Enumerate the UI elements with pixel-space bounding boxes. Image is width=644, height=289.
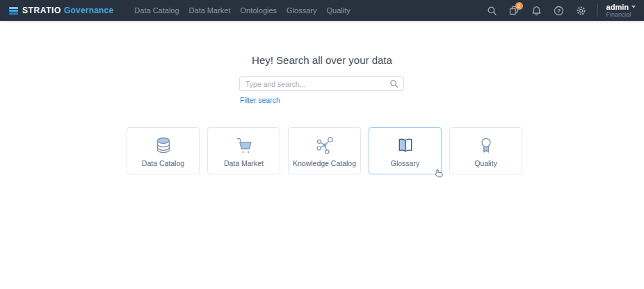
- card-label: Data Market: [224, 159, 264, 167]
- medal-icon: [450, 133, 522, 158]
- cart-icon: [208, 133, 280, 158]
- global-search-box: [239, 76, 404, 91]
- nav-item-data-catalog[interactable]: Data Catalog: [134, 6, 179, 15]
- stratio-logo-icon: [9, 7, 18, 15]
- card-data-catalog[interactable]: Data Catalog: [127, 127, 200, 174]
- card-label: Glossary: [391, 159, 419, 167]
- tasks-icon[interactable]: 2: [506, 1, 524, 19]
- nav-item-data-market[interactable]: Data Market: [189, 6, 231, 15]
- nav-item-glossary[interactable]: Glossary: [287, 6, 316, 15]
- card-data-market[interactable]: Data Market: [207, 127, 280, 174]
- bell-icon[interactable]: [528, 1, 546, 19]
- topbar-divider: [597, 4, 598, 17]
- app-logo[interactable]: STRATIO Governance: [9, 6, 113, 15]
- database-icon: [127, 133, 199, 158]
- svg-text:?: ?: [557, 7, 561, 14]
- logo-brand-text: STRATIO: [22, 6, 61, 15]
- user-name: admin: [606, 3, 629, 11]
- user-organization: Financial: [606, 12, 631, 19]
- page-title: Hey! Search all over your data: [0, 54, 644, 66]
- top-navigation-bar: STRATIO Governance Data Catalog Data Mar…: [0, 0, 644, 21]
- logo-product-text: Governance: [64, 6, 113, 15]
- card-quality[interactable]: Quality: [449, 127, 522, 174]
- gear-icon[interactable]: [572, 1, 590, 19]
- graph-icon: [289, 133, 360, 158]
- module-cards: Data Catalog Data Market: [127, 127, 522, 174]
- help-icon[interactable]: ?: [550, 1, 568, 19]
- chevron-down-icon: [631, 6, 636, 8]
- nav-item-quality[interactable]: Quality: [327, 6, 351, 15]
- nav-item-ontologies[interactable]: Ontologies: [241, 6, 277, 15]
- card-label: Knowledge Catalog: [293, 159, 356, 167]
- user-menu[interactable]: admin Financial: [606, 3, 636, 19]
- search-input[interactable]: [240, 77, 389, 90]
- search-icon[interactable]: [389, 79, 399, 88]
- search-icon[interactable]: [483, 1, 501, 19]
- book-icon: [369, 133, 441, 158]
- card-knowledge-catalog[interactable]: Knowledge Catalog: [288, 127, 361, 174]
- card-label: Data Catalog: [142, 159, 184, 167]
- card-label: Quality: [474, 159, 497, 167]
- filter-search-link[interactable]: Filter search: [240, 96, 280, 104]
- notification-badge: 2: [515, 2, 523, 10]
- main-nav: Data Catalog Data Market Ontologies Glos…: [134, 6, 350, 15]
- topbar-actions: 2 ? admin Financial: [483, 1, 644, 19]
- card-glossary[interactable]: Glossary: [369, 127, 442, 174]
